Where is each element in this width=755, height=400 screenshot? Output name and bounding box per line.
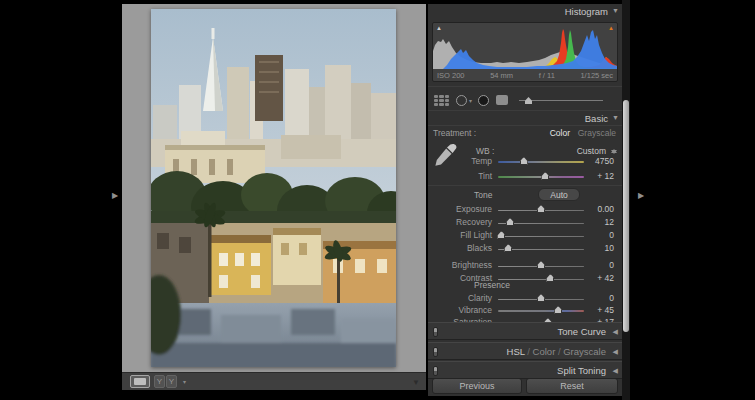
toolbar-collapse-icon[interactable]: ▼ bbox=[412, 378, 420, 387]
slider-track[interactable] bbox=[498, 171, 584, 181]
slider-thumb[interactable] bbox=[537, 261, 545, 269]
crop-overlay-icon[interactable] bbox=[434, 95, 449, 106]
histogram-panel-header[interactable]: Histogram ▼ bbox=[428, 6, 622, 20]
panel-scrollbar[interactable] bbox=[622, 0, 630, 400]
tool-strip bbox=[428, 90, 622, 110]
tone-row: Tone Auto bbox=[428, 188, 622, 202]
panel-header-split-toning[interactable]: Split Toning ◀ bbox=[428, 361, 622, 379]
slider-thumb[interactable] bbox=[506, 218, 514, 226]
focal-length-value: 54 mm bbox=[490, 71, 513, 80]
slider-track[interactable] bbox=[498, 293, 584, 303]
loupe-view-icon[interactable] bbox=[130, 375, 150, 388]
reset-button[interactable]: Reset bbox=[526, 378, 618, 394]
aperture-value: f / 11 bbox=[539, 71, 555, 80]
image-canvas[interactable] bbox=[122, 4, 426, 372]
slider-track[interactable] bbox=[498, 273, 584, 283]
left-panel-reveal-icon[interactable]: ▶ bbox=[112, 191, 118, 200]
lightroom-develop-window: ▶ ▶ bbox=[0, 0, 755, 400]
slider-track[interactable] bbox=[498, 204, 584, 214]
exif-info: ISO 200 54 mm f / 11 1/125 sec bbox=[433, 71, 617, 80]
panel-header-hsl-color-grayscale[interactable]: HSL / Color / Grayscale ◀ bbox=[428, 342, 622, 360]
develop-toolbar: Y Y ▾ ▼ bbox=[122, 372, 426, 390]
slider-thumb[interactable] bbox=[541, 172, 549, 180]
panel-switch-icon[interactable] bbox=[433, 347, 438, 357]
treatment-grayscale-option[interactable]: Grayscale bbox=[578, 128, 616, 138]
shutter-speed-value: 1/125 sec bbox=[580, 71, 613, 80]
slider-track[interactable] bbox=[498, 260, 584, 270]
slider-clarity: Clarity0 bbox=[428, 292, 622, 304]
basic-title: Basic bbox=[585, 113, 608, 124]
slider-thumb[interactable] bbox=[554, 306, 562, 314]
spot-removal-icon[interactable] bbox=[456, 95, 467, 106]
auto-tone-button[interactable]: Auto bbox=[538, 188, 580, 201]
panel-switch-icon[interactable] bbox=[433, 366, 438, 376]
slider-vibrance: Vibrance+ 45 bbox=[428, 304, 622, 316]
expand-arrow-icon: ◀ bbox=[613, 367, 618, 375]
slider-thumb[interactable] bbox=[520, 157, 528, 165]
scrollbar-thumb[interactable] bbox=[623, 100, 629, 332]
right-panel: Histogram ▼ ▲ ▲ ISO 200 54 mm f / 11 1/1… bbox=[428, 4, 622, 396]
slider-thumb[interactable] bbox=[497, 231, 505, 239]
iso-value: ISO 200 bbox=[437, 71, 465, 80]
expand-arrow-icon: ◀ bbox=[613, 328, 618, 336]
slider-track[interactable] bbox=[498, 305, 584, 315]
slider-track[interactable] bbox=[498, 217, 584, 227]
treatment-color-option[interactable]: Color bbox=[550, 128, 570, 138]
slider-temp: Temp4750 bbox=[428, 155, 622, 167]
slider-recovery: Recovery12 bbox=[428, 216, 622, 228]
slider-exposure: Exposure0.00 bbox=[428, 203, 622, 215]
before-after-view-icon[interactable]: Y Y bbox=[154, 375, 177, 388]
slider-track[interactable] bbox=[498, 156, 584, 166]
graduated-filter-icon[interactable] bbox=[496, 95, 508, 105]
view-mode-dropdown-icon[interactable]: ▾ bbox=[183, 378, 186, 385]
histogram[interactable]: ▲ ▲ ISO 200 54 mm f / 11 1/125 sec bbox=[432, 22, 618, 82]
histogram-graph[interactable] bbox=[433, 25, 617, 69]
slider-thumb[interactable] bbox=[546, 274, 554, 282]
treatment-label: Treatment : bbox=[433, 128, 476, 138]
red-eye-correction-icon[interactable] bbox=[478, 95, 489, 106]
panel-switch-icon[interactable] bbox=[433, 327, 438, 337]
right-panel-reveal-icon[interactable]: ▶ bbox=[638, 191, 644, 200]
previous-button[interactable]: Previous bbox=[432, 378, 522, 394]
panel-header-tone-curve[interactable]: Tone Curve ◀ bbox=[428, 322, 622, 340]
presence-label: Presence bbox=[474, 280, 510, 290]
wb-dropdown-icon[interactable] bbox=[610, 146, 617, 155]
collapse-arrow-icon[interactable]: ▼ bbox=[612, 7, 619, 14]
slider-tint: Tint+ 12 bbox=[428, 170, 622, 182]
collapse-arrow-icon[interactable]: ▼ bbox=[612, 114, 619, 121]
slider-contrast: Contrast+ 42 bbox=[428, 272, 622, 284]
slider-thumb[interactable] bbox=[504, 244, 512, 252]
slider-brightness: Brightness0 bbox=[428, 259, 622, 271]
slider-track[interactable] bbox=[498, 243, 584, 253]
slider-thumb[interactable] bbox=[537, 205, 545, 213]
slider-fill-light: Fill Light0 bbox=[428, 229, 622, 241]
tool-amount-slider[interactable] bbox=[519, 95, 603, 105]
slider-blacks: Blacks10 bbox=[428, 242, 622, 254]
slider-thumb[interactable] bbox=[537, 294, 545, 302]
tone-label: Tone bbox=[474, 190, 492, 200]
photo-san-francisco[interactable] bbox=[151, 9, 396, 367]
slider-track[interactable] bbox=[498, 230, 584, 240]
expand-arrow-icon: ◀ bbox=[613, 348, 618, 356]
histogram-title: Histogram bbox=[565, 6, 608, 17]
